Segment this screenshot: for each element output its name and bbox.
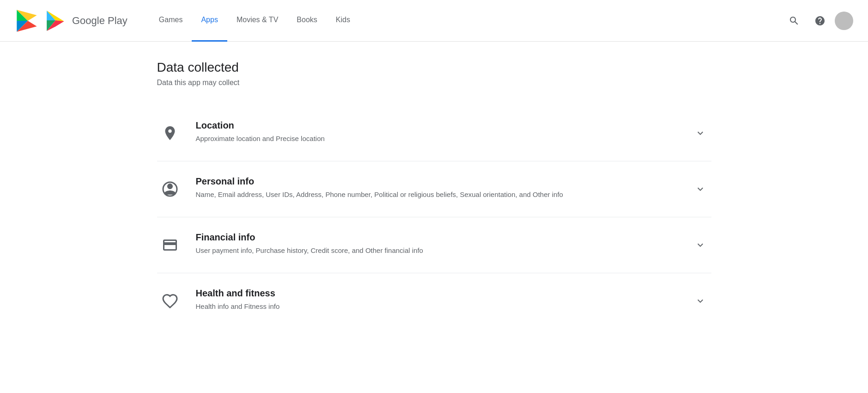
data-item-health-fitness: Health and fitness Health info and Fitne… bbox=[157, 273, 711, 329]
personal-info-desc: Name, Email address, User IDs, Address, … bbox=[196, 190, 689, 200]
health-fitness-expand-button[interactable] bbox=[689, 290, 711, 312]
financial-info-title: Financial info bbox=[196, 232, 689, 243]
location-title: Location bbox=[196, 120, 689, 131]
nav-apps[interactable]: Apps bbox=[192, 0, 227, 42]
health-fitness-title: Health and fitness bbox=[196, 288, 689, 299]
financial-info-icon bbox=[157, 232, 183, 258]
nav-books[interactable]: Books bbox=[287, 0, 326, 42]
user-avatar[interactable] bbox=[835, 12, 853, 30]
nav-links: Games Apps Movies & TV Books Kids bbox=[150, 0, 783, 42]
help-button[interactable] bbox=[809, 10, 831, 32]
personal-info-title: Personal info bbox=[196, 176, 689, 187]
chevron-down-icon bbox=[695, 184, 706, 195]
play-logo-icon bbox=[15, 9, 39, 33]
personal-info-icon bbox=[157, 176, 183, 202]
logo-text: Google Play bbox=[72, 15, 127, 27]
data-item-financial-info: Financial info User payment info, Purcha… bbox=[157, 217, 711, 273]
financial-info-content: Financial info User payment info, Purcha… bbox=[196, 232, 689, 256]
financial-info-expand-button[interactable] bbox=[689, 234, 711, 256]
financial-info-desc: User payment info, Purchase history, Cre… bbox=[196, 246, 689, 256]
section-subtitle: Data this app may collect bbox=[157, 79, 711, 87]
location-icon bbox=[157, 120, 183, 146]
data-item-location: Location Approximate location and Precis… bbox=[157, 105, 711, 161]
location-content: Location Approximate location and Precis… bbox=[196, 120, 689, 144]
navbar: Google Play Games Apps Movies & TV Books… bbox=[0, 0, 868, 42]
section-title: Data collected bbox=[157, 60, 711, 75]
health-fitness-desc: Health info and Fitness info bbox=[196, 301, 689, 312]
nav-games[interactable]: Games bbox=[150, 0, 192, 42]
nav-movies-tv[interactable]: Movies & TV bbox=[227, 0, 287, 42]
chevron-down-icon bbox=[695, 239, 706, 251]
chevron-down-icon bbox=[695, 128, 706, 139]
search-icon bbox=[789, 15, 800, 26]
location-expand-button[interactable] bbox=[689, 122, 711, 144]
health-fitness-content: Health and fitness Health info and Fitne… bbox=[196, 288, 689, 312]
help-icon bbox=[814, 15, 826, 26]
play-logo-icon-actual bbox=[44, 10, 67, 32]
data-item-personal-info: Personal info Name, Email address, User … bbox=[157, 161, 711, 217]
personal-info-expand-button[interactable] bbox=[689, 178, 711, 200]
search-button[interactable] bbox=[783, 10, 805, 32]
personal-info-content: Personal info Name, Email address, User … bbox=[196, 176, 689, 200]
health-fitness-icon bbox=[157, 288, 183, 314]
nav-kids[interactable]: Kids bbox=[327, 0, 359, 42]
nav-actions bbox=[783, 10, 853, 32]
chevron-down-icon bbox=[695, 295, 706, 307]
google-play-logo[interactable]: Google Play bbox=[15, 9, 127, 33]
location-desc: Approximate location and Precise locatio… bbox=[196, 134, 689, 144]
data-items-list: Location Approximate location and Precis… bbox=[157, 105, 711, 329]
main-content: Data collected Data this app may collect… bbox=[129, 42, 739, 356]
